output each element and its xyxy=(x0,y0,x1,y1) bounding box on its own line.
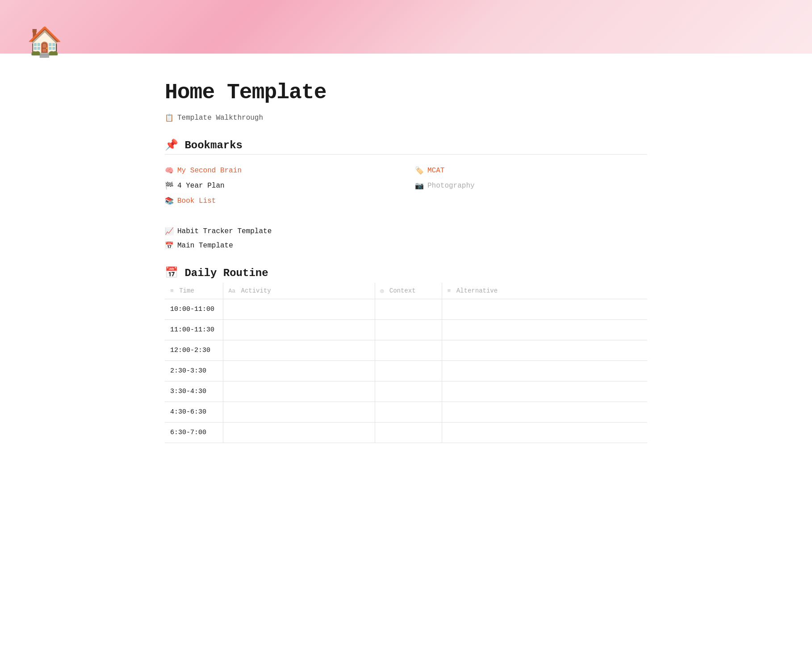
cell-time: 3:30-4:30 xyxy=(165,381,223,402)
daily-routine-table: ≡ Time Aa Activity ◎ Context ≡ Alternati… xyxy=(165,283,647,443)
walkthrough-label: Template Walkthrough xyxy=(177,114,263,122)
template-label: Main Template xyxy=(177,242,233,250)
bookmark-book-list[interactable]: 📚 Book List xyxy=(165,194,397,208)
cell-activity[interactable] xyxy=(223,299,375,320)
template-items: 📈 Habit Tracker Template 📅 Main Template xyxy=(165,224,647,253)
cell-context[interactable] xyxy=(375,320,442,340)
daily-routine-heading: 📅 Daily Routine xyxy=(165,266,647,279)
main-template-link[interactable]: 📅 Main Template xyxy=(165,239,647,253)
bookmark-mcat[interactable]: 🏷️ MCAT xyxy=(415,163,647,178)
cell-alternative[interactable] xyxy=(442,361,647,381)
habit-tracker-link[interactable]: 📈 Habit Tracker Template xyxy=(165,224,647,239)
bookmarks-divider xyxy=(165,154,647,155)
table-row[interactable]: 10:00-11:00 xyxy=(165,299,647,320)
cell-alternative[interactable] xyxy=(442,340,647,361)
cell-time: 4:30-6:30 xyxy=(165,402,223,423)
table-header-row: ≡ Time Aa Activity ◎ Context ≡ Alternati… xyxy=(165,283,647,299)
cell-activity[interactable] xyxy=(223,361,375,381)
cell-time: 2:30-3:30 xyxy=(165,361,223,381)
cell-context[interactable] xyxy=(375,340,442,361)
table-row[interactable]: 6:30-7:00 xyxy=(165,423,647,443)
bookmark-label: My Second Brain xyxy=(177,167,242,175)
lines2-icon: ≡ xyxy=(448,288,451,294)
table-row[interactable]: 12:00-2:30 xyxy=(165,340,647,361)
cell-activity[interactable] xyxy=(223,381,375,402)
bookmark-label: Photography xyxy=(427,182,475,190)
chart-icon: 📈 xyxy=(165,227,174,236)
cell-activity[interactable] xyxy=(223,320,375,340)
calendar-icon: 📅 xyxy=(165,241,174,250)
walkthrough-icon: 📋 xyxy=(165,113,174,122)
camera-icon: 📷 xyxy=(415,181,424,190)
cell-time: 12:00-2:30 xyxy=(165,340,223,361)
th-alternative: ≡ Alternative xyxy=(442,283,647,299)
cell-context[interactable] xyxy=(375,361,442,381)
cell-time: 11:00-11:30 xyxy=(165,320,223,340)
bookmarks-grid: 🧠 My Second Brain 🏁 4 Year Plan 📚 Book L… xyxy=(165,163,647,208)
cell-context[interactable] xyxy=(375,423,442,443)
bookmark-label: MCAT xyxy=(427,167,444,175)
cell-alternative[interactable] xyxy=(442,402,647,423)
cell-context[interactable] xyxy=(375,402,442,423)
table-row[interactable]: 11:00-11:30 xyxy=(165,320,647,340)
walkthrough-link[interactable]: 📋 Template Walkthrough xyxy=(165,113,647,122)
cell-alternative[interactable] xyxy=(442,320,647,340)
bookmarks-heading: 📌 Bookmarks xyxy=(165,138,647,151)
th-context: ◎ Context xyxy=(375,283,442,299)
cell-time: 6:30-7:00 xyxy=(165,423,223,443)
main-content: Home Template 📋 Template Walkthrough 📌 B… xyxy=(138,54,674,461)
cell-activity[interactable] xyxy=(223,402,375,423)
table-row[interactable]: 2:30-3:30 xyxy=(165,361,647,381)
bookmark-photography[interactable]: 📷 Photography xyxy=(415,179,647,193)
cell-context[interactable] xyxy=(375,381,442,402)
cell-time: 10:00-11:00 xyxy=(165,299,223,320)
tag-icon: 🏷️ xyxy=(415,166,424,175)
cell-alternative[interactable] xyxy=(442,299,647,320)
cell-activity[interactable] xyxy=(223,340,375,361)
cell-alternative[interactable] xyxy=(442,423,647,443)
circle-icon: ◎ xyxy=(381,288,384,294)
bookmark-label: Book List xyxy=(177,197,216,205)
checkered-flag-icon: 🏁 xyxy=(165,181,174,190)
bookmarks-section: 📌 Bookmarks 🧠 My Second Brain 🏁 4 Year P… xyxy=(165,138,647,208)
bookmark-my-second-brain[interactable]: 🧠 My Second Brain xyxy=(165,163,397,178)
cell-alternative[interactable] xyxy=(442,381,647,402)
page-icon: 🏠 xyxy=(27,29,63,58)
template-label: Habit Tracker Template xyxy=(177,227,272,235)
th-time: ≡ Time xyxy=(165,283,223,299)
daily-routine-section: 📅 Daily Routine ≡ Time Aa Activity ◎ Con… xyxy=(165,266,647,443)
cell-activity[interactable] xyxy=(223,423,375,443)
cell-context[interactable] xyxy=(375,299,442,320)
brain-icon: 🧠 xyxy=(165,166,174,175)
th-activity: Aa Activity xyxy=(223,283,375,299)
lines-icon: ≡ xyxy=(170,288,174,294)
text-icon: Aa xyxy=(229,288,236,294)
table-row[interactable]: 4:30-6:30 xyxy=(165,402,647,423)
books-icon: 📚 xyxy=(165,197,174,205)
routine-tbody: 10:00-11:0011:00-11:3012:00-2:302:30-3:3… xyxy=(165,299,647,443)
bookmark-4-year-plan[interactable]: 🏁 4 Year Plan xyxy=(165,179,397,193)
bookmark-label: 4 Year Plan xyxy=(177,182,225,190)
hero-banner: 🏠 xyxy=(0,0,812,54)
page-title: Home Template xyxy=(165,80,647,105)
table-row[interactable]: 3:30-4:30 xyxy=(165,381,647,402)
